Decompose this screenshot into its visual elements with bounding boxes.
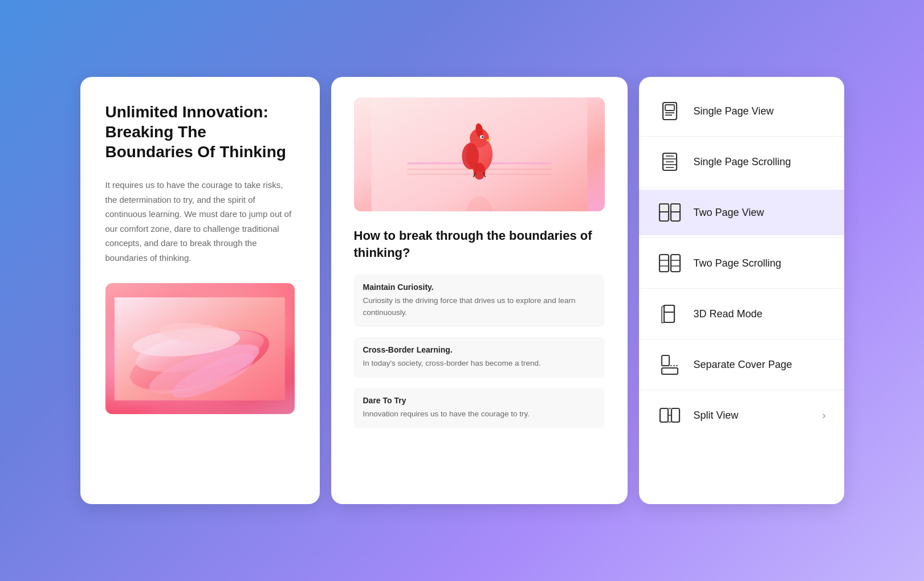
divider-3	[639, 238, 844, 238]
view-item-3d-read-mode[interactable]: 3D Read Mode	[639, 291, 844, 337]
bird-illustration	[354, 97, 605, 211]
view-item-single-page-view-label: Single Page View	[694, 105, 826, 117]
two-page-scrolling-icon	[657, 251, 682, 276]
section-2-title: Cross-Border Learning.	[363, 345, 596, 354]
svg-rect-36	[671, 204, 680, 212]
view-item-two-page-scrolling[interactable]: Two Page Scrolling	[639, 240, 844, 286]
section-1: Maintain Curiosity. Curiosity is the dri…	[354, 275, 605, 327]
single-page-scrolling-icon	[657, 149, 682, 174]
view-item-separate-cover-page-label: Separate Cover Page	[694, 359, 826, 371]
section-1-title: Maintain Curiosity.	[363, 283, 596, 292]
svg-rect-51	[660, 408, 668, 422]
view-item-two-page-view-label: Two Page View	[694, 207, 826, 219]
svg-rect-48	[662, 355, 669, 366]
view-item-two-page-view[interactable]: Two Page View	[639, 190, 844, 235]
svg-rect-43	[664, 305, 674, 322]
single-page-view-svg	[658, 100, 681, 122]
divider-1	[639, 136, 844, 137]
view-item-split-view[interactable]: Split View ›	[639, 392, 844, 438]
two-page-scrolling-svg	[657, 251, 682, 276]
svg-rect-44	[664, 305, 674, 312]
single-page-view-icon	[657, 99, 682, 124]
svg-rect-52	[671, 408, 679, 422]
middle-panel: How to break through the boundaries of t…	[331, 77, 628, 504]
section-2-body: In today's society, cross-border has bec…	[363, 358, 596, 370]
view-item-split-view-label: Split View	[694, 410, 823, 422]
section-3-body: Innovation requires us to have the coura…	[363, 408, 596, 420]
split-view-icon	[657, 403, 682, 428]
main-container: Unlimited Innovation: Breaking The Bound…	[80, 77, 844, 504]
separate-cover-page-icon	[657, 352, 682, 377]
view-item-separate-cover-page[interactable]: Separate Cover Page	[639, 342, 844, 387]
bird-container	[354, 97, 605, 211]
view-item-single-page-scrolling-label: Single Page Scrolling	[694, 156, 826, 168]
split-view-svg	[658, 404, 681, 427]
right-panel: Single Page View Single Page Scrolling	[639, 77, 844, 504]
section-3: Dare To Try Innovation requires us to ha…	[354, 388, 605, 428]
two-page-view-icon	[657, 200, 682, 225]
3d-read-mode-svg	[658, 302, 681, 325]
ribbon-svg	[115, 290, 285, 408]
left-panel-image	[105, 283, 295, 414]
view-item-two-page-scrolling-label: Two Page Scrolling	[694, 257, 826, 269]
section-3-title: Dare To Try	[363, 396, 596, 405]
svg-rect-34	[660, 204, 669, 212]
split-view-chevron-icon: ›	[823, 410, 826, 422]
separate-cover-page-svg	[658, 353, 681, 376]
svg-rect-24	[665, 105, 674, 111]
svg-point-18	[473, 163, 485, 179]
left-panel-image-inner	[105, 283, 295, 414]
view-item-single-page-view[interactable]: Single Page View	[639, 88, 844, 134]
single-page-scrolling-svg	[658, 150, 681, 173]
middle-panel-heading: How to break through the boundaries of t…	[354, 227, 605, 261]
bird-image	[354, 97, 605, 211]
view-item-single-page-scrolling[interactable]: Single Page Scrolling	[639, 139, 844, 185]
section-2: Cross-Border Learning. In today's societ…	[354, 337, 605, 378]
view-item-3d-read-mode-label: 3D Read Mode	[694, 308, 826, 320]
left-panel-title: Unlimited Innovation: Breaking The Bound…	[105, 102, 295, 162]
svg-rect-49	[662, 368, 678, 374]
3d-read-mode-icon	[657, 301, 682, 326]
left-panel-body: It requires us to have the courage to ta…	[105, 178, 295, 265]
left-panel: Unlimited Innovation: Breaking The Bound…	[80, 77, 320, 504]
divider-4	[639, 288, 844, 289]
divider-6	[639, 390, 844, 390]
svg-point-17	[481, 136, 483, 138]
divider-2	[639, 187, 844, 187]
svg-rect-40	[671, 255, 680, 272]
divider-5	[639, 339, 844, 339]
two-page-view-svg	[657, 200, 682, 225]
section-1-body: Curiosity is the driving force that driv…	[363, 295, 596, 319]
svg-rect-37	[660, 255, 669, 272]
